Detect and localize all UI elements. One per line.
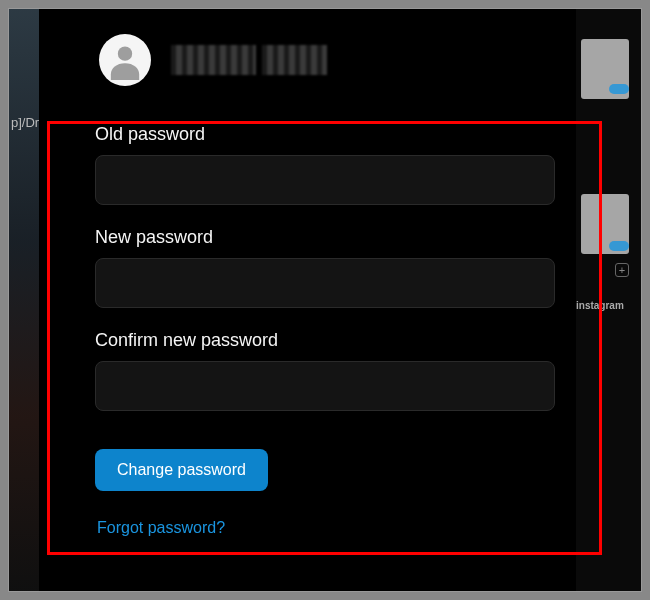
background-pill — [609, 241, 629, 251]
new-password-group: New password — [95, 227, 555, 308]
old-password-label: Old password — [95, 124, 555, 145]
background-pill — [609, 84, 629, 94]
background-right-strip: + instagram — [576, 9, 641, 591]
avatar[interactable] — [99, 34, 151, 86]
forgot-password-link[interactable]: Forgot password? — [97, 519, 225, 537]
new-password-label: New password — [95, 227, 555, 248]
person-icon — [105, 40, 145, 80]
background-left-text: p]/Dr — [11, 115, 39, 130]
change-password-button[interactable]: Change password — [95, 449, 268, 491]
plus-icon: + — [615, 263, 629, 277]
app-frame: p]/Dr + instagram Old password — [8, 8, 642, 592]
confirm-password-label: Confirm new password — [95, 330, 555, 351]
svg-point-0 — [118, 47, 132, 61]
old-password-group: Old password — [95, 124, 555, 205]
old-password-input[interactable] — [95, 155, 555, 205]
background-left-strip — [9, 9, 39, 591]
user-header — [39, 9, 574, 86]
change-password-panel: Old password New password Confirm new pa… — [39, 9, 574, 591]
confirm-password-input[interactable] — [95, 361, 555, 411]
password-form: Old password New password Confirm new pa… — [95, 124, 555, 491]
new-password-input[interactable] — [95, 258, 555, 308]
background-right-label: instagram — [576, 299, 631, 312]
confirm-password-group: Confirm new password — [95, 330, 555, 411]
username-redacted — [171, 45, 327, 75]
